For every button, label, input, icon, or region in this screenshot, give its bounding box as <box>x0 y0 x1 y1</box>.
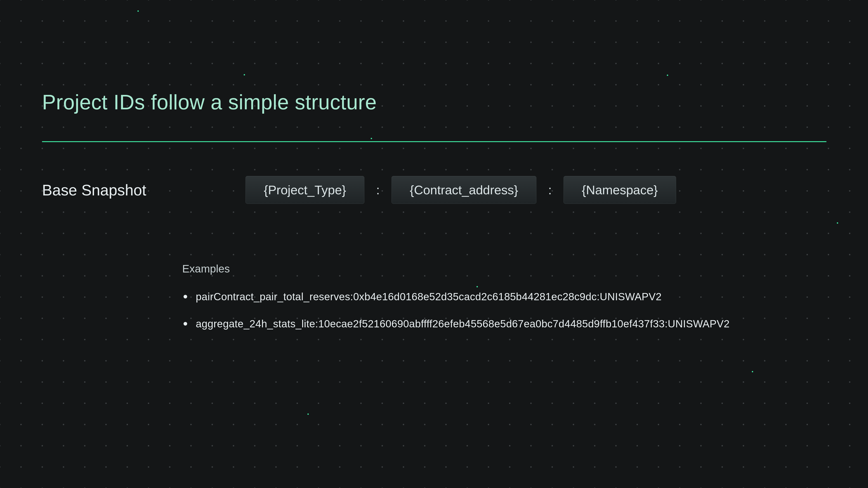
slide-title: Project IDs follow a simple structure <box>42 90 832 114</box>
accent-dot <box>137 10 139 12</box>
token-namespace: {Namespace} <box>563 176 676 204</box>
token-separator: : <box>375 183 381 197</box>
token-project-type: {Project_Type} <box>246 176 364 204</box>
accent-dot <box>244 74 245 75</box>
accent-dot <box>667 74 668 76</box>
token-group: {Project_Type} : {Contract_address} : {N… <box>246 176 676 204</box>
row-label: Base Snapshot <box>42 181 246 199</box>
slide-content: Project IDs follow a simple structure Ba… <box>42 90 832 344</box>
examples-section: Examples pairContract_pair_total_reserve… <box>182 263 832 331</box>
accent-dot <box>752 371 753 372</box>
accent-dot <box>307 414 309 415</box>
example-item: pairContract_pair_total_reserves:0xb4e16… <box>182 289 832 304</box>
structure-row: Base Snapshot {Project_Type} : {Contract… <box>42 176 832 204</box>
example-item: aggregate_24h_stats_lite:10ecae2f5216069… <box>182 317 832 331</box>
example-list: pairContract_pair_total_reserves:0xb4e16… <box>182 289 832 331</box>
divider-rule <box>42 141 827 142</box>
token-separator: : <box>547 183 553 197</box>
accent-dot <box>837 222 838 224</box>
token-contract-address: {Contract_address} <box>392 176 536 204</box>
examples-heading: Examples <box>182 263 832 275</box>
